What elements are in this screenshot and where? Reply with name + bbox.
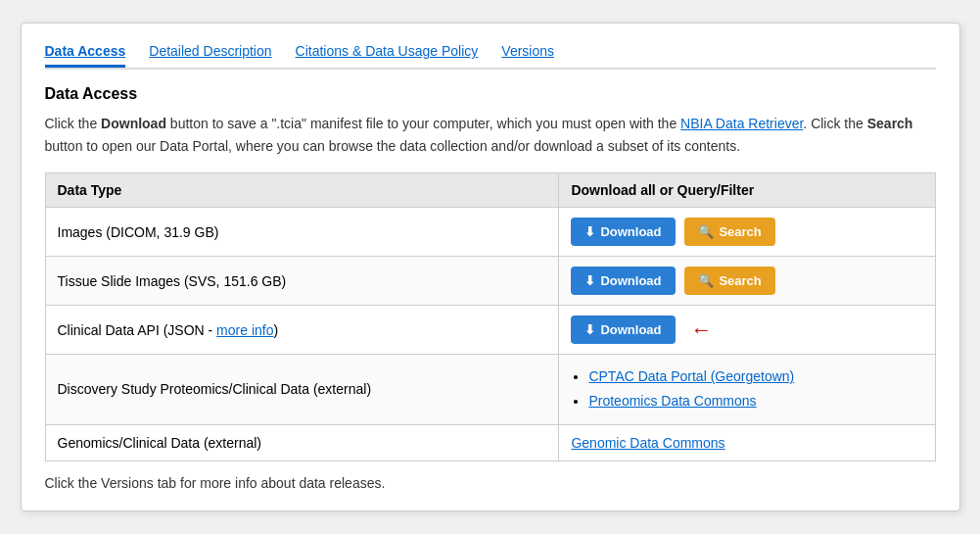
tab-data-access[interactable]: Data Access [45,43,126,68]
search-label-tissue: Search [719,273,761,288]
proteomics-link[interactable]: Proteomics Data Commons [588,393,756,409]
list-item: Proteomics Data Commons [588,389,922,413]
red-arrow-icon: ← [691,319,713,341]
table-row: Discovery Study Proteomics/Clinical Data… [45,355,935,424]
search-bold: Search [867,116,913,131]
col-data-type: Data Type [45,173,559,208]
desc-mid1: button to save a ".tcia" manifest file t… [166,116,680,131]
search-button-images[interactable]: 🔍 Search [684,218,774,246]
desc-suffix: button to open our Data Portal, where yo… [45,138,741,154]
tab-citations[interactable]: Citations & Data Usage Policy [296,43,479,68]
tab-detailed-description[interactable]: Detailed Description [149,43,271,68]
download-button-images[interactable]: ⬇ Download [571,218,675,246]
desc-mid2: . Click the [803,116,866,131]
data-type-tissue: Tissue Slide Images (SVS, 151.6 GB) [45,257,559,306]
search-button-tissue[interactable]: 🔍 Search [684,267,774,295]
cptac-link[interactable]: CPTAC Data Portal (Georgetown) [588,368,794,384]
data-type-proteomics: Discovery Study Proteomics/Clinical Data… [45,355,559,424]
table-row: Images (DICOM, 31.9 GB) ⬇ Download 🔍 Sea… [45,208,935,257]
table-row: Tissue Slide Images (SVS, 151.6 GB) ⬇ Do… [45,257,935,306]
download-label-clinical: Download [600,322,661,337]
data-type-genomics: Genomics/Clinical Data (external) [45,424,559,461]
download-icon: ⬇ [584,273,595,288]
tab-versions[interactable]: Versions [501,43,554,68]
data-table: Data Type Download all or Query/Filter I… [45,172,936,461]
description-text: Click the Download button to save a ".tc… [45,113,936,157]
download-icon: ⬇ [584,322,595,337]
main-card: Data Access Detailed Description Citatio… [21,23,960,510]
footer-note: Click the Versions tab for more info abo… [45,475,936,491]
action-cell-proteomics: CPTAC Data Portal (Georgetown) Proteomic… [559,355,935,424]
download-label-tissue: Download [600,273,661,288]
arrow-cell: ⬇ Download ← [571,316,922,344]
more-info-link[interactable]: more info [216,322,273,338]
download-bold: Download [101,116,166,131]
col-download-query: Download all or Query/Filter [559,173,935,208]
search-icon: 🔍 [698,224,714,239]
search-label-images: Search [719,224,761,239]
data-type-clinical: Clinical Data API (JSON - more info) [45,306,559,355]
list-item: CPTAC Data Portal (Georgetown) [588,364,922,389]
download-label-images: Download [600,224,661,239]
table-row: Clinical Data API (JSON - more info) ⬇ D… [45,306,935,355]
download-button-tissue[interactable]: ⬇ Download [571,267,675,295]
download-icon: ⬇ [584,224,595,239]
nbia-link[interactable]: NBIA Data Retriever [680,116,803,131]
action-cell-tissue: ⬇ Download 🔍 Search [559,257,935,306]
action-cell-genomics: Genomic Data Commons [559,424,935,461]
tab-bar: Data Access Detailed Description Citatio… [45,43,936,70]
search-icon: 🔍 [698,273,714,288]
table-row: Genomics/Clinical Data (external) Genomi… [45,424,935,461]
action-cell-clinical: ⬇ Download ← [559,306,935,355]
data-type-images: Images (DICOM, 31.9 GB) [45,208,559,257]
download-button-clinical[interactable]: ⬇ Download [571,316,675,344]
genomic-data-commons-link[interactable]: Genomic Data Commons [571,435,724,451]
external-links-proteomics: CPTAC Data Portal (Georgetown) Proteomic… [571,364,922,413]
action-cell-images: ⬇ Download 🔍 Search [559,208,935,257]
page-title: Data Access [45,85,936,103]
